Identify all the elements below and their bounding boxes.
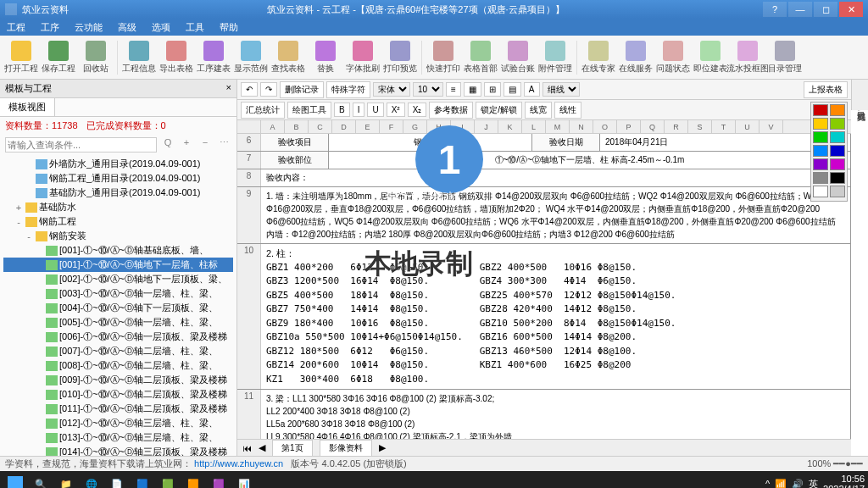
tb-打开工程[interactable]: 打开工程: [3, 37, 39, 78]
task-search-icon[interactable]: 🔍: [29, 473, 53, 488]
sup-icon[interactable]: X²: [387, 103, 405, 117]
tb-附件管理[interactable]: 附件管理: [537, 37, 573, 78]
menu-4[interactable]: 选项: [152, 21, 170, 34]
cell-beam-text[interactable]: 3. 梁：LL1 300*580 3Φ16 3Φ16 Φ8@100 (2) 梁顶…: [261, 390, 851, 439]
col-C[interactable]: C: [309, 120, 332, 133]
linet-button[interactable]: 线性: [554, 102, 581, 119]
col-J[interactable]: J: [475, 120, 498, 133]
tree-node[interactable]: [008]-①~⑩/Ⓐ~Ⓓ轴二层墙、柱、梁、: [3, 358, 233, 373]
task-app1-icon[interactable]: 🟦: [131, 473, 154, 488]
swatch[interactable]: [813, 104, 828, 116]
tree-node[interactable]: 基础防水_通用目录(2019.04.09-001): [3, 186, 233, 200]
col-O[interactable]: O: [593, 120, 617, 133]
swatch[interactable]: [830, 118, 845, 130]
undo-icon[interactable]: ↶: [241, 82, 258, 97]
task-app2-icon[interactable]: 🟩: [156, 473, 180, 488]
draw-button[interactable]: 绘图工具: [287, 102, 331, 119]
swatch[interactable]: [830, 172, 845, 184]
tab-media[interactable]: 影像资料: [320, 440, 372, 457]
border-icon[interactable]: ▦: [464, 82, 481, 97]
tb-在线专家[interactable]: 在线专家: [581, 37, 616, 78]
swatch[interactable]: [830, 131, 845, 143]
tree-node[interactable]: -钢筋工程: [3, 214, 233, 229]
col-F[interactable]: F: [380, 120, 403, 133]
tb-字体批刷[interactable]: 字体批刷: [345, 37, 381, 78]
menu-5[interactable]: 工具: [186, 21, 204, 34]
font-color-icon[interactable]: A: [524, 82, 540, 97]
tray-vol-icon[interactable]: 🔊: [792, 479, 804, 489]
swatch[interactable]: [830, 158, 845, 170]
size-select[interactable]: 10: [413, 82, 443, 97]
website-link[interactable]: http://www.zhuyew.cn: [194, 458, 283, 469]
tb-快速打印[interactable]: 快速打印: [426, 37, 461, 78]
underline-icon[interactable]: U: [367, 103, 383, 117]
tree-node[interactable]: [012]-①~⑩/Ⓐ~Ⓓ轴三层墙、柱、梁、: [3, 416, 233, 430]
task-edge-icon[interactable]: 🌐: [80, 473, 103, 488]
col-L[interactable]: L: [522, 120, 546, 133]
menu-0[interactable]: 工程: [7, 21, 25, 34]
tree-node[interactable]: [013]-①~⑩/Ⓐ~Ⓓ轴三层墙、柱、梁、: [3, 430, 233, 445]
sidetab-done[interactable]: 已完成资料: [851, 100, 868, 110]
help-button[interactable]: ?: [763, 2, 787, 17]
col-P[interactable]: P: [617, 120, 641, 133]
tb-表格首部[interactable]: 表格首部: [463, 37, 498, 78]
nav-prev-icon[interactable]: ◀: [259, 442, 265, 453]
tree-node[interactable]: [010]-①~⑩/Ⓐ~Ⓓ轴二层顶板、梁及楼梯: [3, 387, 233, 402]
tb-查找表格[interactable]: 查找表格: [270, 37, 306, 78]
stats-button[interactable]: 汇总统计: [241, 102, 285, 119]
swatch[interactable]: [813, 158, 828, 170]
upload-button[interactable]: 上报表格: [804, 81, 848, 98]
col-K[interactable]: K: [498, 120, 522, 133]
tree-node[interactable]: [001]-①~⑩/Ⓐ~Ⓓ轴基础底板、墙、: [3, 243, 233, 258]
tb-目录管理[interactable]: 目录管理: [767, 37, 803, 78]
tree-node[interactable]: [006]-①~⑩/Ⓐ~Ⓓ轴一层顶板、梁及楼梯: [3, 330, 233, 344]
menu-6[interactable]: 帮助: [220, 21, 238, 34]
more-icon[interactable]: ⋯: [216, 137, 231, 152]
menu-3[interactable]: 高级: [118, 21, 136, 34]
swatch[interactable]: [813, 186, 828, 197]
tab-page1[interactable]: 第1页: [272, 440, 313, 457]
remove-icon[interactable]: −: [198, 137, 213, 152]
swatch[interactable]: [830, 186, 845, 197]
tree-node[interactable]: +基础防水: [3, 200, 233, 214]
tray-time[interactable]: 10:56: [823, 474, 865, 484]
tb-回收站[interactable]: 回收站: [78, 37, 114, 78]
tb-显示范例[interactable]: 显示范例: [233, 37, 269, 78]
tree-node[interactable]: [014]-①~⑩/Ⓐ~Ⓓ轴三层顶板、梁及楼梯: [3, 445, 233, 456]
col-D[interactable]: D: [332, 120, 356, 133]
task-app4-icon[interactable]: 🟪: [207, 473, 231, 488]
swatch[interactable]: [830, 145, 845, 157]
redo-icon[interactable]: ↷: [260, 82, 277, 97]
menu-2[interactable]: 云功能: [75, 21, 103, 34]
tb-工序建表[interactable]: 工序建表: [196, 37, 231, 78]
col-N[interactable]: N: [570, 120, 593, 133]
ref-data-button[interactable]: 参考数据: [429, 102, 473, 119]
tb-问题状态[interactable]: 问题状态: [655, 37, 691, 78]
tb-工程信息[interactable]: 工程信息: [121, 37, 157, 78]
swatch[interactable]: [813, 172, 828, 184]
tb-替换[interactable]: 替换: [308, 37, 343, 78]
task-app3-icon[interactable]: 🟧: [181, 473, 205, 488]
tb-在线服务[interactable]: 在线服务: [618, 37, 654, 78]
font-select[interactable]: 宋体: [373, 82, 410, 97]
cell-wall-text[interactable]: 1. 墙：未注明墙厚为180mm，居中布置，墙分布筋 钢筋双排 Φ14@200双…: [261, 187, 851, 243]
start-button[interactable]: [3, 473, 27, 488]
line-thin-select[interactable]: 细线: [542, 82, 580, 97]
search-icon[interactable]: Q: [160, 137, 175, 152]
sidetab-example[interactable]: 范例视图: [851, 90, 868, 100]
search-input[interactable]: [5, 137, 157, 152]
col-E[interactable]: E: [356, 120, 380, 133]
tree-node[interactable]: [007]-①~⑩/Ⓐ~Ⓓ轴二层墙、柱、梁、: [3, 344, 233, 358]
col-Q[interactable]: Q: [641, 120, 665, 133]
linew-button[interactable]: 线宽: [525, 102, 552, 119]
tb-流水投框图[interactable]: 流水投框图: [730, 37, 765, 78]
tray-ime[interactable]: 英: [809, 478, 818, 489]
fill-icon[interactable]: ▤: [504, 82, 521, 97]
sidetab-fill-desc[interactable]: 填表说明: [851, 80, 868, 90]
italic-icon[interactable]: I: [353, 103, 365, 117]
spreadsheet[interactable]: 6 验收项目 钢筋安装 验收日期 2018年04月21日 7 验收部位 ①~⑩/…: [237, 134, 851, 439]
col-R[interactable]: R: [665, 120, 688, 133]
bold-icon[interactable]: B: [334, 103, 350, 117]
close-button[interactable]: ✕: [839, 2, 863, 17]
swatch[interactable]: [813, 145, 828, 157]
